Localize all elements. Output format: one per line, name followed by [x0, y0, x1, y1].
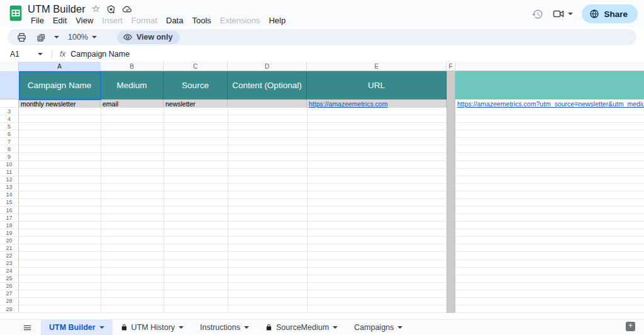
row-header-20[interactable]: 20 — [0, 237, 19, 244]
cell-a2[interactable]: monthly newsletter — [19, 99, 101, 108]
menu-item-data[interactable]: Data — [162, 14, 187, 26]
share-button[interactable]: Share — [582, 4, 638, 23]
row-header-29[interactable]: 29 — [0, 305, 19, 312]
row-header-6[interactable]: 6 — [0, 130, 19, 137]
row-header-9[interactable]: 9 — [0, 153, 19, 160]
row-header-5[interactable]: 5 — [0, 123, 19, 130]
menu-item-view[interactable]: View — [71, 14, 97, 26]
grid-row-3[interactable]: 3 — [0, 108, 644, 115]
horizontal-scrollbar-track[interactable] — [0, 313, 644, 319]
row-header-2[interactable] — [0, 99, 19, 108]
grid-row-25[interactable]: 25 — [0, 275, 644, 283]
expand-side-panel-button[interactable]: + — [626, 322, 635, 331]
grid-row-10[interactable]: 10 — [0, 161, 644, 169]
cell-b2[interactable]: email — [101, 99, 164, 108]
version-history-icon[interactable] — [531, 8, 543, 20]
grid-row-6[interactable]: 6 — [0, 130, 644, 138]
grid-row-14[interactable]: 14 — [0, 191, 644, 199]
grid-row-29[interactable]: 29 — [0, 305, 644, 313]
row-header-17[interactable]: 17 — [0, 214, 19, 221]
grid-row-9[interactable]: 9 — [0, 153, 644, 161]
all-sheets-menu-icon[interactable] — [23, 323, 32, 332]
grey-divider-column-f[interactable] — [447, 71, 455, 313]
header-cell-e1[interactable]: URL — [307, 71, 447, 99]
menu-item-edit[interactable]: Edit — [48, 14, 71, 26]
header-cell-b1[interactable]: Medium — [101, 71, 164, 99]
cell-g2-generated-url[interactable]: https://amazeemetrics.com?utm_source=new… — [455, 99, 644, 108]
zoom-selector[interactable]: 100% — [68, 33, 97, 42]
meet-camera-button[interactable] — [552, 8, 573, 20]
column-header-E[interactable]: E — [307, 62, 447, 71]
meet-dropdown-caret[interactable] — [568, 13, 573, 15]
copy-dropdown-caret[interactable] — [54, 36, 59, 38]
sheet-tab-dropdown-caret[interactable] — [244, 326, 249, 329]
sheet-tab-dropdown-caret[interactable] — [179, 326, 184, 329]
row-header-10[interactable]: 10 — [0, 161, 19, 168]
row-header-24[interactable]: 24 — [0, 268, 19, 275]
formula-input[interactable]: Campaign Name — [70, 50, 130, 59]
grid-row-22[interactable]: 22 — [0, 252, 644, 259]
column-header-C[interactable]: C — [164, 62, 228, 71]
cell-d2[interactable] — [228, 99, 307, 108]
row-header-3[interactable]: 3 — [0, 108, 19, 115]
grid-row-17[interactable]: 17 — [0, 214, 644, 222]
row-header-27[interactable]: 27 — [0, 290, 19, 297]
grid-row-7[interactable]: 7 — [0, 138, 644, 145]
row-header-21[interactable]: 21 — [0, 244, 19, 251]
sheet-tab-dropdown-caret[interactable] — [333, 326, 338, 329]
sheet-tab-sourcemedium[interactable]: SourceMedium — [257, 320, 346, 335]
column-header-D[interactable]: D — [228, 62, 307, 71]
row-header-13[interactable]: 13 — [0, 184, 19, 191]
row-header-28[interactable]: 28 — [0, 298, 19, 305]
document-status-cloud-icon[interactable] — [122, 4, 133, 14]
grid-row-16[interactable]: 16 — [0, 207, 644, 214]
header-cell-d1[interactable]: Content (Optional) — [228, 71, 307, 99]
document-title[interactable]: UTM Builder — [28, 3, 86, 15]
row-header-14[interactable]: 14 — [0, 191, 19, 198]
row-header-7[interactable]: 7 — [0, 138, 19, 145]
sheet-tab-dropdown-caret[interactable] — [397, 326, 402, 329]
header-cell-g1[interactable] — [455, 71, 644, 99]
select-all-corner[interactable] — [0, 62, 19, 71]
grid-row-8[interactable]: 8 — [0, 145, 644, 153]
cell-e2[interactable]: https://amazeemetrics.com — [307, 99, 447, 108]
grid-row-27[interactable]: 27 — [0, 290, 644, 298]
row-header-18[interactable]: 18 — [0, 222, 19, 229]
column-header-F[interactable]: F — [447, 62, 455, 71]
grid-row-21[interactable]: 21 — [0, 244, 644, 252]
grid-row-5[interactable]: 5 — [0, 123, 644, 130]
request-edit-access-icon[interactable] — [106, 4, 116, 14]
column-header-A[interactable]: A — [19, 62, 101, 71]
grid-row-20[interactable]: 20 — [0, 237, 644, 244]
row-header-26[interactable]: 26 — [0, 283, 19, 290]
sheet-tab-dropdown-caret[interactable] — [99, 326, 104, 329]
cell-c2[interactable]: newsletter — [164, 99, 228, 108]
view-only-badge[interactable]: View only — [117, 31, 180, 44]
row-header-8[interactable]: 8 — [0, 145, 19, 152]
row-header-12[interactable]: 12 — [0, 176, 19, 183]
row-header-15[interactable]: 15 — [0, 199, 19, 206]
grid-row-26[interactable]: 26 — [0, 283, 644, 290]
grid-row-19[interactable]: 19 — [0, 229, 644, 237]
menu-item-tools[interactable]: Tools — [187, 14, 215, 26]
grid-row-23[interactable]: 23 — [0, 260, 644, 268]
row-header-4[interactable]: 4 — [0, 115, 19, 122]
row-header-11[interactable]: 11 — [0, 169, 19, 176]
cell-name-box[interactable]: A1 — [0, 50, 48, 59]
menu-item-help[interactable]: Help — [264, 14, 290, 26]
star-icon[interactable]: ☆ — [92, 3, 100, 14]
grid-row-24[interactable]: 24 — [0, 268, 644, 275]
row-header-19[interactable]: 19 — [0, 229, 19, 236]
row-header-23[interactable]: 23 — [0, 260, 19, 267]
sheet-tab-utm-history[interactable]: UTM History — [113, 320, 192, 335]
google-sheets-logo-icon[interactable] — [7, 4, 25, 22]
sheet-tab-campaigns[interactable]: Campaigns — [346, 320, 411, 335]
grid-row-11[interactable]: 11 — [0, 169, 644, 176]
grid-row-28[interactable]: 28 — [0, 298, 644, 305]
grid-row-15[interactable]: 15 — [0, 199, 644, 207]
grid-row-12[interactable]: 12 — [0, 176, 644, 184]
row-header-16[interactable]: 16 — [0, 207, 19, 213]
header-cell-a1[interactable]: Campaign Name — [19, 71, 101, 99]
sheet-tab-utm-builder[interactable]: UTM Builder — [41, 320, 113, 335]
row-header-25[interactable]: 25 — [0, 275, 19, 282]
